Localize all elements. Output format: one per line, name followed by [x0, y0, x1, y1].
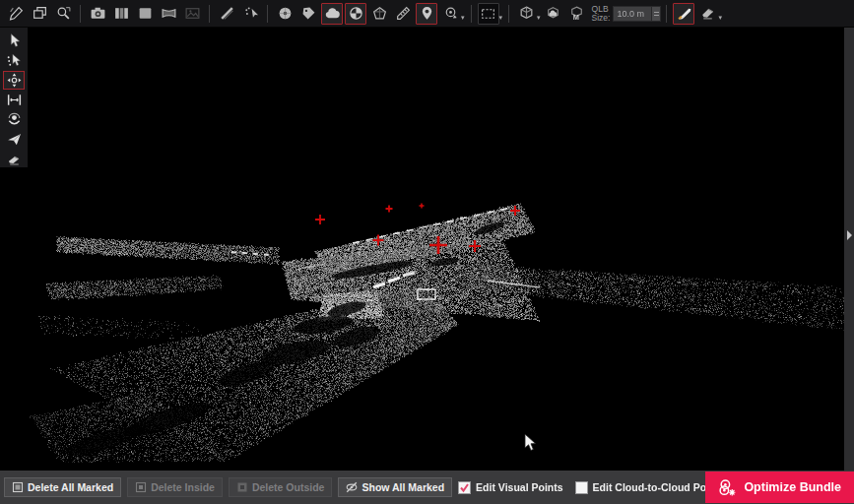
cloud-icon[interactable] [321, 3, 343, 25]
solid-square-icon[interactable] [134, 3, 156, 25]
camera-icon[interactable] [87, 3, 108, 25]
delete-all-marked-button[interactable]: Delete All Marked [4, 477, 121, 497]
button-label: Delete Inside [151, 481, 215, 493]
show-marked-icon [346, 481, 358, 493]
eraser-icon[interactable] [696, 3, 718, 25]
orbit-icon[interactable] [439, 3, 461, 25]
qlb-size-input[interactable] [613, 6, 652, 22]
dropdown-caret-icon[interactable]: ▾ [537, 14, 541, 22]
toolbar-separator [209, 5, 210, 23]
measure-stick-icon[interactable] [216, 3, 237, 25]
ruler-pen-icon[interactable] [392, 3, 414, 25]
left-toolbar [0, 28, 28, 167]
toolbar-separator [267, 5, 268, 23]
side-panel-handle[interactable] [844, 28, 854, 471]
box-cloud-icon[interactable] [543, 3, 564, 25]
pin-icon[interactable] [416, 3, 437, 25]
top-toolbar: ▾▾▾MQLBSize:▾ [0, 0, 854, 28]
delete-outside-icon [236, 481, 248, 493]
edit-cloud-to-cloud-points-checkbox[interactable]: Edit Cloud-to-Cloud Points [575, 481, 725, 494]
eraser-tool-icon[interactable] [3, 150, 25, 168]
edit-visual-points-checkbox[interactable]: Edit Visual Points [458, 481, 563, 494]
mesh-icon[interactable] [368, 3, 390, 25]
button-label: Delete Outside [252, 481, 325, 493]
toolbar-separator [471, 5, 472, 23]
delete-inside-button[interactable]: Delete Inside [127, 477, 223, 497]
bundle-icon [718, 478, 737, 497]
delete-inside-icon [135, 481, 147, 493]
sphere-icon[interactable] [345, 3, 366, 25]
checkbox-unchecked[interactable] [575, 481, 588, 494]
edit-points-checkbox-group: Edit Visual PointsEdit Cloud-to-Cloud Po… [458, 481, 737, 494]
edit-scene-icon[interactable] [5, 3, 27, 25]
rect-select-icon[interactable] [478, 3, 499, 25]
panorama-icon[interactable] [158, 3, 179, 25]
width-measure-icon[interactable] [3, 91, 25, 109]
optimize-bundle-button[interactable]: Optimize Bundle [705, 472, 854, 503]
checkbox-checked[interactable] [458, 481, 471, 494]
dropdown-caret-icon[interactable]: ▾ [718, 14, 722, 22]
bottom-action-bar: Delete All MarkedDelete InsideDelete Out… [0, 471, 854, 504]
viewport-3d[interactable] [0, 28, 844, 471]
toolbar-separator [80, 5, 81, 23]
show-all-marked-button[interactable]: Show All Marked [338, 477, 452, 497]
select-cursor-icon[interactable] [3, 32, 25, 50]
svg-text:M: M [573, 13, 579, 22]
split-view-icon[interactable] [110, 3, 132, 25]
brush-icon[interactable] [673, 3, 694, 25]
dropdown-caret-icon[interactable]: ▾ [461, 14, 465, 22]
toolbar-separator [508, 5, 509, 23]
optimize-bundle-label: Optimize Bundle [744, 480, 841, 494]
cascade-windows-icon[interactable] [29, 3, 50, 25]
disc-icon[interactable] [274, 3, 296, 25]
zoom-region-icon[interactable] [52, 3, 74, 25]
delete-outside-button[interactable]: Delete Outside [229, 477, 333, 497]
select-points-cursor-icon[interactable] [3, 51, 25, 70]
box-m-icon[interactable]: M [566, 3, 588, 25]
delete-marked-icon [12, 481, 24, 493]
qlb-size-stepper[interactable] [652, 6, 661, 22]
pan-move-icon[interactable] [3, 71, 25, 90]
application-window: ▾▾▾MQLBSize:▾ Delete All MarkedDelete In… [0, 0, 854, 504]
qlb-size-label: QLBSize: [592, 5, 611, 23]
images-icon[interactable] [181, 3, 203, 25]
checkbox-label: Edit Visual Points [476, 481, 563, 493]
toolbar-separator [666, 5, 667, 23]
tag-icon[interactable] [297, 3, 319, 25]
marked-buttons-group: Delete All MarkedDelete InsideDelete Out… [4, 477, 458, 497]
fly-plane-icon[interactable] [3, 130, 25, 149]
button-label: Delete All Marked [28, 481, 113, 493]
dropdown-caret-icon[interactable]: ▾ [499, 14, 503, 22]
person-view-icon[interactable] [3, 110, 25, 129]
qlb-size-field: QLBSize: [592, 5, 662, 23]
box-3d-icon[interactable] [515, 3, 537, 25]
cursor-spray-icon[interactable] [239, 3, 261, 25]
right-chevron-icon [845, 229, 853, 241]
button-label: Show All Marked [361, 481, 444, 493]
point-cloud-canvas[interactable] [0, 28, 844, 471]
